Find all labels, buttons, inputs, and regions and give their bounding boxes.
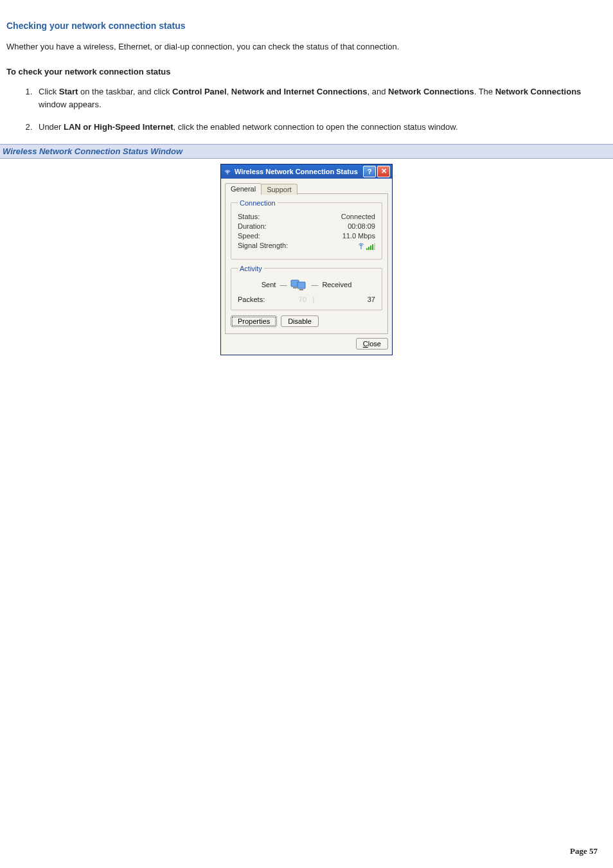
packets-divider: | xyxy=(312,296,314,303)
step-2-bold-lan: LAN or High-Speed Internet xyxy=(64,122,173,132)
signal-label: Signal Strength: xyxy=(238,242,288,251)
window-buttons: ? ✕ xyxy=(363,166,390,177)
dialog-title: Wireless Network Connection Status xyxy=(235,168,363,175)
status-dialog: Wireless Network Connection Status ? ✕ G… xyxy=(220,164,393,355)
step-1-text-6: window appears. xyxy=(39,100,102,109)
monitors-icon xyxy=(290,278,307,292)
section-heading: Checking your network connection status xyxy=(6,21,607,31)
status-value: Connected xyxy=(341,213,375,220)
tab-support[interactable]: Support xyxy=(261,184,298,195)
step-1-bold-start: Start xyxy=(59,87,78,96)
packets-sent-value: 70 xyxy=(299,296,306,303)
row-duration: Duration: 00:08:09 xyxy=(238,222,375,230)
step-2-text-1: Under xyxy=(39,122,64,132)
document-page: Checking your network connection status … xyxy=(0,0,613,868)
svg-rect-1 xyxy=(298,282,305,288)
close-button[interactable]: ✕ xyxy=(377,166,390,177)
tab-general[interactable]: General xyxy=(225,183,262,194)
properties-button[interactable]: Properties xyxy=(231,315,277,327)
panel-button-row: Properties Disable xyxy=(231,315,382,327)
connection-legend: Connection xyxy=(238,199,278,207)
step-1-text-1: Click xyxy=(39,87,59,96)
wireless-icon xyxy=(223,167,232,176)
activity-legend: Activity xyxy=(238,265,264,272)
procedure-title: To check your network connection status xyxy=(6,67,607,76)
speed-value: 11.0 Mbps xyxy=(342,232,375,240)
dialog-footer-buttons: Close xyxy=(221,338,392,355)
step-1-text-3: , xyxy=(227,87,231,96)
step-1-bold-netconn: Network Connections xyxy=(388,87,474,96)
intro-paragraph: Whether you have a wireless, Ethernet, o… xyxy=(6,41,607,53)
step-1: Click Start on the taskbar, and click Co… xyxy=(35,85,607,111)
signal-bars-icon xyxy=(366,242,375,250)
step-1-text-2: on the taskbar, and click xyxy=(78,87,172,96)
connection-group: Connection Status: Connected Duration: 0… xyxy=(231,199,382,260)
step-2-text-2: , click the enabled network connection t… xyxy=(173,122,458,132)
tab-panel-general: Connection Status: Connected Duration: 0… xyxy=(225,193,388,334)
duration-label: Duration: xyxy=(238,222,267,230)
speed-label: Speed: xyxy=(238,232,260,240)
close-label-rest: lose xyxy=(368,340,381,348)
sent-label: Sent xyxy=(262,281,276,288)
procedure-steps: Click Start on the taskbar, and click Co… xyxy=(6,85,607,134)
close-dialog-button[interactable]: Close xyxy=(356,338,388,350)
dialog-titlebar[interactable]: Wireless Network Connection Status ? ✕ xyxy=(221,164,392,179)
step-1-bold-netconn2: Network Connections xyxy=(495,87,582,96)
svg-rect-3 xyxy=(299,289,303,290)
page-footer: Page 57 xyxy=(570,846,598,856)
page-number: 57 xyxy=(589,846,598,856)
page-label: Page xyxy=(570,846,589,856)
help-button[interactable]: ? xyxy=(363,166,376,177)
disable-button[interactable]: Disable xyxy=(281,315,319,327)
row-speed: Speed: 11.0 Mbps xyxy=(238,232,375,240)
step-1-bold-controlpanel: Control Panel xyxy=(172,87,227,96)
row-status: Status: Connected xyxy=(238,213,375,220)
dash-left: — xyxy=(280,281,287,288)
figure-container: Wireless Network Connection Status ? ✕ G… xyxy=(6,164,607,355)
received-label: Received xyxy=(322,281,351,288)
activity-group: Activity Sent — — xyxy=(231,265,382,310)
tab-strip: General Support xyxy=(221,179,392,193)
packets-label: Packets: xyxy=(238,296,283,303)
svg-rect-2 xyxy=(293,287,297,288)
antenna-icon xyxy=(358,242,364,251)
status-label: Status: xyxy=(238,213,260,220)
figure-caption: Wireless Network Connection Status Windo… xyxy=(0,144,613,159)
duration-value: 00:08:09 xyxy=(348,222,375,230)
signal-value xyxy=(358,242,375,251)
row-signal: Signal Strength: xyxy=(238,242,375,251)
step-1-text-4: , and xyxy=(368,87,389,96)
step-2: Under LAN or High-Speed Internet, click … xyxy=(35,121,607,134)
packets-received-value: 37 xyxy=(330,296,375,303)
dash-right: — xyxy=(311,281,318,288)
step-1-bold-netinternet: Network and Internet Connections xyxy=(231,87,368,96)
step-1-text-5: . The xyxy=(474,87,495,96)
activity-header-row: Sent — — Received xyxy=(238,278,375,292)
packets-row: Packets: 70 | 37 xyxy=(238,296,375,303)
packets-sent-wrap: 70 | xyxy=(283,296,329,303)
